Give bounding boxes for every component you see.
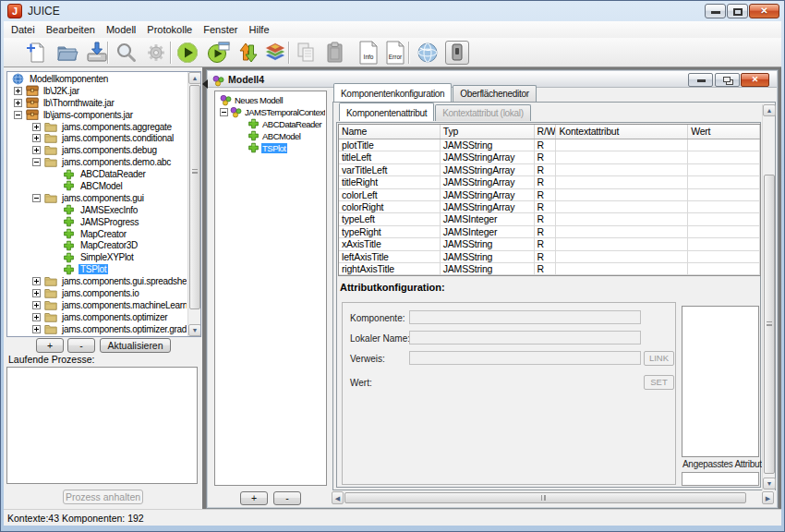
tree-item-jamsexecinfo[interactable]: JAMSExecInfo (8, 204, 187, 216)
tree-item-jamsprogress[interactable]: JAMSProgress (8, 216, 187, 228)
tree-vertical-scrollbar[interactable]: ▲ ▼ (187, 72, 200, 336)
tree-item-jams-components-machinelearning[interactable]: jams.components.machineLearning (8, 299, 187, 311)
tree-item-lb-j2k-jar[interactable]: lb\J2K.jar (8, 85, 187, 97)
reference-field[interactable] (409, 351, 641, 365)
arrows-updown-icon[interactable] (236, 41, 260, 65)
menu-hilfe[interactable]: Hilfe (244, 22, 275, 37)
scroll-left-arrow[interactable]: ◀ (332, 491, 344, 504)
tab-oberfl-cheneditor[interactable]: Oberflächeneditor (453, 85, 536, 102)
table-row-leftaxistitle[interactable]: leftAxisTitleJAMSStringR (339, 251, 760, 263)
scroll-up-arrow[interactable]: ▲ (763, 104, 776, 116)
run-model-icon[interactable] (175, 41, 199, 65)
column-header-r-w[interactable]: R/W (535, 125, 557, 139)
error-log-icon[interactable]: Error (383, 41, 407, 65)
tree-item-abcdatareader[interactable]: ABCDataReader (8, 168, 187, 180)
collapse-handle-icon[interactable] (32, 158, 41, 166)
collapse-handle-icon[interactable] (32, 194, 41, 202)
device-button-icon[interactable] (445, 41, 469, 65)
maximize-button[interactable] (727, 4, 748, 18)
expand-handle-icon[interactable] (14, 87, 22, 95)
tree-item-modellkomponenten[interactable]: Modellkomponenten (8, 73, 187, 85)
tree-item-jams-components-aggregate[interactable]: jams.components.aggregate (8, 121, 187, 133)
table-row-xaxistitle[interactable]: xAxisTitleJAMSStringR (339, 238, 760, 250)
table-row-typeright[interactable]: typeRightJAMSIntegerR (339, 226, 760, 238)
model-restore-button[interactable] (715, 73, 740, 87)
collapse-handle-icon[interactable] (14, 111, 22, 119)
tree-item-abcmodel[interactable]: ABCModel (8, 180, 187, 192)
expand-handle-icon[interactable] (32, 277, 41, 285)
tab-komponentenattribut[interactable]: Komponentenattribut (339, 103, 434, 121)
model-remove-button[interactable]: - (273, 491, 301, 505)
model-close-button[interactable]: ✕ (741, 73, 769, 87)
info-log-icon[interactable]: Info (356, 41, 380, 65)
copy-icon[interactable] (294, 41, 318, 65)
open-model-icon[interactable] (55, 41, 79, 65)
new-model-icon[interactable] (24, 41, 48, 65)
tab-kontextattribut-lokal[interactable]: Kontextattribut (lokal) (435, 104, 531, 121)
table-row-titleleft[interactable]: titleLeftJAMSStringArrayR (339, 151, 760, 163)
table-row-colorleft[interactable]: colorLeftJAMSStringArrayR (339, 189, 760, 201)
collapse-handle-icon[interactable] (220, 108, 228, 116)
local-name-field[interactable] (409, 331, 641, 345)
expand-handle-icon[interactable] (32, 325, 41, 333)
table-row-rightaxistitle[interactable]: rightAxisTitleJAMSStringR (339, 263, 760, 275)
config-horizontal-scrollbar[interactable]: ◀ ▶ (332, 491, 776, 504)
tree-item-jamstemporalcontext[interactable]: JAMSTemporalContext (216, 106, 325, 118)
refresh-button[interactable]: Aktualisieren (100, 338, 171, 353)
link-button[interactable]: LINK (644, 351, 674, 366)
tree-item-neues-modell[interactable]: Neues Modell (216, 94, 325, 106)
expand-handle-icon[interactable] (32, 289, 41, 297)
tree-item-tsplot[interactable]: TSPlot (216, 142, 325, 154)
menu-modell[interactable]: Modell (101, 22, 141, 37)
stop-process-button[interactable]: Prozess anhalten (63, 490, 143, 504)
tree-item-jams-components-io[interactable]: jams.components.io (8, 287, 187, 299)
paste-icon[interactable] (323, 41, 347, 65)
tree-item-jams-components-gui[interactable]: jams.components.gui (8, 192, 187, 204)
expand-handle-icon[interactable] (14, 99, 22, 107)
table-row-titleright[interactable]: titleRightJAMSStringArrayR (339, 176, 760, 188)
tree-item-mapcreator[interactable]: MapCreator (8, 228, 187, 240)
menu-bearbeiten[interactable]: Bearbeiten (41, 22, 101, 37)
custom-attribute-field[interactable] (682, 472, 759, 486)
scroll-right-arrow[interactable]: ▶ (762, 491, 774, 504)
menu-datei[interactable]: Datei (6, 22, 41, 37)
scroll-up-arrow[interactable]: ▲ (188, 72, 201, 84)
tree-item-jams-components-debug[interactable]: jams.components.debug (8, 144, 187, 156)
tree-item-jams-components-optimizer-gradient[interactable]: jams.components.optimizer.gradient (8, 323, 187, 335)
run-model-gui-icon[interactable] (206, 41, 230, 65)
tree-item-jams-components-optimizer[interactable]: jams.components.optimizer (8, 311, 187, 323)
column-header-typ[interactable]: Typ (441, 125, 535, 139)
expand-handle-icon[interactable] (32, 134, 41, 142)
scroll-thumb[interactable] (344, 492, 746, 503)
search-icon[interactable] (115, 41, 139, 65)
scroll-thumb[interactable] (189, 85, 200, 309)
add-component-button[interactable]: + (36, 338, 64, 353)
tree-item-simplexyplot[interactable]: SimpleXYPlot (8, 251, 187, 263)
expand-handle-icon[interactable] (32, 123, 41, 131)
tree-item-lb-jams-components-jar[interactable]: lb\jams-components.jar (8, 109, 187, 121)
close-button[interactable]: ✕ (749, 4, 779, 18)
titlebar[interactable]: J JUICE ✕ (1, 1, 784, 21)
scroll-down-arrow[interactable]: ▼ (188, 324, 201, 336)
minimize-button[interactable] (705, 4, 726, 18)
save-model-icon[interactable] (85, 41, 109, 65)
model-add-button[interactable]: + (240, 491, 268, 505)
tab-komponentenkonfiguration[interactable]: Komponentenkonfiguration (333, 83, 452, 102)
config-vertical-scrollbar[interactable]: ▲ ▼ (762, 104, 775, 490)
set-button[interactable]: SET (644, 375, 674, 390)
expand-handle-icon[interactable] (32, 301, 41, 309)
tree-item-lb-thornthwaite-jar[interactable]: lb\Thornthwaite.jar (8, 97, 187, 109)
tree-item-mapcreator3d[interactable]: MapCreator3D (8, 239, 187, 251)
tree-item-jams-components-gui-spreadsheet[interactable]: jams.components.gui.spreadsheet (8, 275, 187, 287)
menu-fenster[interactable]: Fenster (198, 22, 243, 37)
tree-item-abcdatareader[interactable]: ABCDataReader (216, 118, 325, 130)
custom-attribute-list[interactable] (682, 306, 759, 457)
column-header-wert[interactable]: Wert (688, 125, 760, 139)
web-globe-icon[interactable] (416, 41, 440, 65)
running-processes-list[interactable] (6, 367, 198, 484)
component-field[interactable] (409, 310, 641, 324)
splitpane-collapse-arrow[interactable] (202, 79, 208, 89)
tree-item-abcmodel[interactable]: ABCModel (216, 130, 325, 142)
column-header-name[interactable]: Name (339, 125, 441, 139)
scroll-down-arrow[interactable]: ▼ (763, 478, 776, 490)
